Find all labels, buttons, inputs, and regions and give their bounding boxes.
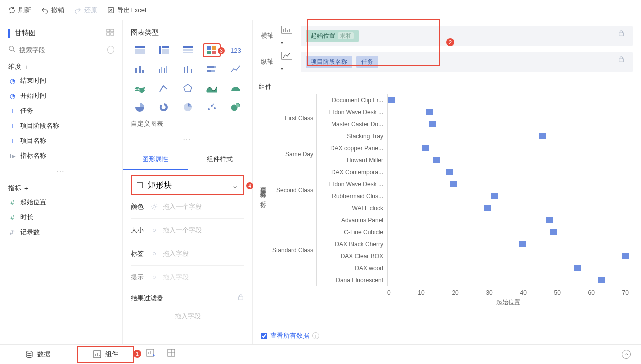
bottom-data-tab[interactable]: 数据 <box>10 347 65 362</box>
field-phase-name[interactable]: T项目阶段名称 <box>0 118 122 133</box>
prop-color[interactable]: 颜色拖入一个字段 <box>131 195 244 219</box>
svg-point-35 <box>211 105 213 107</box>
chart-type-stream[interactable] <box>203 81 221 95</box>
chart-type-pivot[interactable] <box>155 81 173 95</box>
field-metric-name[interactable]: T▸指标名称 <box>0 148 122 163</box>
chart-type-sparse-column[interactable] <box>179 62 197 76</box>
chart-type-column[interactable] <box>131 62 149 76</box>
chart-type-pie[interactable] <box>131 100 149 114</box>
field-duration[interactable]: #时长 <box>0 210 122 225</box>
svg-point-41 <box>153 229 155 231</box>
prop-size[interactable]: 大小拖入一个字段 <box>131 219 244 242</box>
component-grid-icon[interactable] <box>167 349 176 360</box>
view-all-checkbox[interactable] <box>261 333 267 339</box>
gear-icon <box>151 274 158 281</box>
tab-layout-icon[interactable] <box>106 28 114 38</box>
gantt-row-label: Document Clip Fr... <box>317 94 387 106</box>
gantt-bar[interactable] <box>446 169 453 175</box>
field-end-time[interactable]: ◔结束时间 <box>0 73 122 88</box>
gantt-row-label: Dana Fluorescent <box>317 274 387 286</box>
chart-type-group-table[interactable] <box>131 43 149 57</box>
bottom-component-tab[interactable]: 组件 1 <box>77 346 134 363</box>
gantt-bar[interactable] <box>388 97 395 103</box>
pill-start-pos[interactable]: 起始位置 求和 <box>306 30 359 42</box>
right-panel: 横轴 ▾ 起始位置 求和 纵轴 ▾ 项目阶段名称 任务 <box>253 20 641 344</box>
gantt-bar[interactable] <box>539 133 546 139</box>
gantt-bar[interactable] <box>433 157 440 163</box>
v-axis-icon[interactable]: ▾ <box>281 51 296 72</box>
v-axis-dropzone[interactable]: 项目阶段名称 任务 <box>301 52 633 72</box>
rectangle-icon <box>137 182 143 188</box>
redo-label: 还原 <box>84 6 97 15</box>
gantt-bar[interactable] <box>622 253 629 259</box>
add-metric-icon[interactable]: + <box>24 185 28 192</box>
tab-shape-props[interactable]: 图形属性 <box>123 150 188 170</box>
more-icon[interactable]: ⋯ <box>107 46 114 54</box>
expand-up-icon[interactable]: › <box>622 350 631 359</box>
info-icon[interactable]: i <box>312 332 319 339</box>
add-component-icon[interactable] <box>146 349 155 360</box>
h-axis-dropzone[interactable]: 起始位置 求和 <box>301 26 633 46</box>
field-start-pos[interactable]: #起始位置 <box>0 195 122 210</box>
chart-type-kpi[interactable]: 123 <box>227 43 245 57</box>
add-dim-icon[interactable]: + <box>24 63 28 71</box>
chart-type-area[interactable] <box>131 81 149 95</box>
v-axis-label: 纵轴 <box>261 57 276 66</box>
refresh-button[interactable]: 刷新 <box>8 6 31 15</box>
svg-point-43 <box>153 276 155 278</box>
svg-rect-13 <box>183 52 193 53</box>
gantt-bar[interactable] <box>519 241 526 247</box>
chart-type-scatter[interactable] <box>203 100 221 114</box>
lock-icon[interactable] <box>618 56 625 68</box>
gantt-bar[interactable] <box>429 121 436 127</box>
hash-icon: # <box>8 199 16 206</box>
prop-label[interactable]: 标签拖入字段 <box>131 242 244 266</box>
chart-type-grid: 3 123 <box>123 41 252 116</box>
svg-rect-26 <box>187 66 188 73</box>
field-record-count[interactable]: #›记录数 <box>0 225 122 240</box>
chart-type-line[interactable] <box>227 62 245 76</box>
clock-icon: ◔ <box>8 92 16 100</box>
chart-type-gauge[interactable] <box>227 81 245 95</box>
lock-icon[interactable] <box>618 30 625 42</box>
search-input[interactable] <box>19 46 103 54</box>
gantt-bar[interactable] <box>491 193 498 199</box>
export-excel-button[interactable]: 导出Excel <box>107 6 146 15</box>
shape-select[interactable]: 矩形块 ⌄ 4 <box>131 175 244 195</box>
chart-type-stacked-bar[interactable] <box>203 62 221 76</box>
gantt-bar[interactable] <box>574 265 581 271</box>
chart-type-bubble[interactable] <box>227 100 245 114</box>
svg-rect-10 <box>162 49 169 54</box>
pill-phase-name[interactable]: 项目阶段名称 <box>306 56 352 68</box>
chart-type-grouped-column[interactable] <box>155 62 173 76</box>
pill-task[interactable]: 任务 <box>356 56 378 68</box>
gantt-bar[interactable] <box>550 229 557 235</box>
chart-type-custom[interactable]: 3 <box>203 43 221 57</box>
gantt-bar[interactable] <box>422 145 429 151</box>
svg-rect-14 <box>207 46 211 50</box>
prop-tooltip[interactable]: 提示拖入字段 <box>131 266 244 289</box>
field-task[interactable]: T任务 <box>0 103 122 118</box>
chart-type-polygon[interactable] <box>179 81 197 95</box>
undo-button[interactable]: 撤销 <box>41 6 64 15</box>
chart-type-cross-table[interactable] <box>155 43 173 57</box>
redo-button[interactable]: 还原 <box>74 6 97 15</box>
field-project-name[interactable]: T项目名称 <box>0 133 122 148</box>
chart-type-donut[interactable] <box>155 100 173 114</box>
chart-type-detail-table[interactable] <box>179 43 197 57</box>
dataset-tab[interactable]: 甘特图 <box>8 29 36 38</box>
h-axis-icon[interactable]: ▾ <box>281 25 296 46</box>
gantt-bar[interactable] <box>484 205 491 211</box>
lock-icon[interactable] <box>237 294 244 303</box>
gantt-bar[interactable] <box>546 217 553 223</box>
gantt-bar[interactable] <box>450 181 457 187</box>
tab-component-style[interactable]: 组件样式 <box>188 150 253 170</box>
field-start-time[interactable]: ◔开始时间 <box>0 88 122 103</box>
svg-rect-3 <box>107 33 110 35</box>
gantt-bar[interactable] <box>598 277 605 283</box>
svg-point-42 <box>153 252 155 255</box>
refresh-label: 刷新 <box>18 6 31 15</box>
result-filter-drop[interactable]: 拖入字段 <box>123 306 252 327</box>
gantt-bar[interactable] <box>426 109 433 115</box>
chart-type-rose[interactable] <box>179 100 197 114</box>
